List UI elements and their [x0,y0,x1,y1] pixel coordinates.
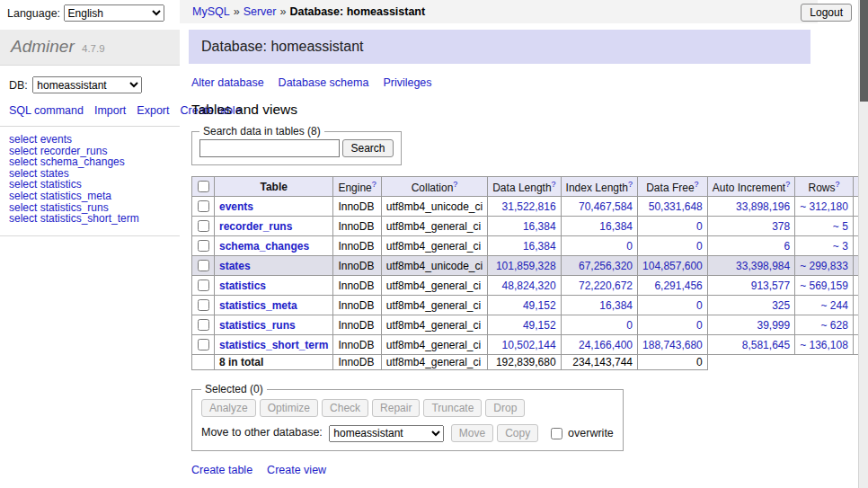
cell-engine: InnoDB [333,197,381,217]
total-engine: InnoDB [333,355,381,370]
row-checkbox-statistics-meta[interactable] [198,299,209,311]
cell-index-length: 0 [561,315,637,335]
language-row: Language: English [7,4,164,22]
total-check-cell [192,355,215,370]
table-row-statistics-short-term: statistics_short_termInnoDButf8mb4_gener… [192,335,868,355]
db-selector-row: DB: homeassistant [9,76,180,93]
row-check-cell [192,197,215,217]
help-icon[interactable]: ? [695,180,699,189]
link-create-table[interactable]: Create table [191,464,252,476]
help-icon[interactable]: ? [785,180,790,189]
cell-collation: utf8mb4_general_ci [381,217,487,236]
cell-data-free: 188,743,680 [638,335,708,355]
table-row-recorder-runs: recorder_runsInnoDButf8mb4_general_ci16,… [192,217,868,236]
table-link-statistics-meta[interactable]: statistics_meta [219,299,297,312]
table-total-row: 8 in totalInnoDButf8mb4_general_ci192,83… [192,355,868,370]
sidebar-select-statistics-short-term[interactable]: select statistics_short_term [9,213,171,225]
check-button: Check [322,399,368,417]
scrollbar[interactable] [858,0,868,488]
sidebar-action-sql-command[interactable]: SQL command [9,104,84,117]
link-privileges[interactable]: Privileges [383,76,431,89]
overwrite-checkbox[interactable] [551,428,562,439]
move-db-select[interactable]: homeassistant [329,425,444,442]
table-link-schema-changes[interactable]: schema_changes [219,240,309,253]
cell-collation: utf8mb4_general_ci [381,236,487,256]
row-check-cell [192,236,215,256]
search-button[interactable]: Search [342,139,393,157]
adminer-logo: Adminer 4.7.9 [0,30,180,66]
row-checkbox-events[interactable] [198,200,209,212]
move-label: Move to other database: [201,426,323,439]
column-label: Index Length [566,182,628,194]
select-all-checkbox[interactable] [198,181,209,192]
total-collation: utf8mb4_general_ci [381,355,487,370]
column-header-index-length: Index Length? [561,177,637,197]
row-checkbox-statistics[interactable] [198,279,209,291]
search-legend: Search data in tables (8) [199,125,324,138]
search-input[interactable] [199,139,340,157]
selected-legend: Selected (0) [201,383,267,395]
row-checkbox-recorder-runs[interactable] [198,220,209,232]
breadcrumb-link-mysql[interactable]: MySQL [192,5,230,18]
cell-auto-increment: 913,577 [707,276,794,296]
row-checkbox-states[interactable] [198,260,209,271]
breadcrumb-separator: » [279,5,286,18]
sidebar-select-schema-changes[interactable]: select schema_changes [9,156,171,168]
row-checkbox-statistics-runs[interactable] [198,319,209,331]
sidebar-select-events[interactable]: select events [9,134,171,146]
sidebar-select-statistics-meta[interactable]: select statistics_meta [9,191,171,202]
table-link-statistics[interactable]: statistics [219,279,266,292]
table-body: eventsInnoDButf8mb4_unicode_ci31,522,816… [192,197,868,370]
cell-data-length: 101,859,328 [488,256,561,276]
logout-button[interactable]: Logout [801,4,852,22]
scrollbar-thumb[interactable] [860,0,868,102]
cell-auto-increment: 8,581,645 [707,335,794,355]
cell-data-free: 0 [638,315,708,335]
row-check-cell [192,335,215,355]
main-content: Database: homeassistant Alter databaseDa… [189,23,818,488]
breadcrumb-link-server[interactable]: Server [244,5,277,18]
link-database-schema[interactable]: Database schema [279,76,369,89]
table-name-cell: statistics_short_term [215,335,333,355]
help-icon[interactable]: ? [836,180,840,189]
cell-rows: ~ 569,159 [795,276,854,296]
language-select[interactable]: English [64,4,164,22]
sidebar-action-import[interactable]: Import [94,104,126,117]
column-header-auto-increment: Auto Increment? [707,177,794,197]
column-header-collation: Collation? [381,177,487,197]
cell-data-length: 10,502,144 [488,335,561,355]
column-header-data-free: Data Free? [638,177,708,197]
table-link-statistics-runs[interactable]: statistics_runs [219,319,296,332]
copy-button: Copy [497,424,538,442]
breadcrumb-separator: » [234,5,240,18]
cell-index-length: 24,166,400 [561,335,637,355]
cell-rows: ~ 136,108 [795,335,854,355]
column-header-rows: Rows? [795,177,854,197]
cell-collation: utf8mb4_general_ci [381,335,487,355]
overwrite-label[interactable]: overwrite [568,427,614,439]
help-icon[interactable]: ? [372,180,376,189]
row-check-cell [192,315,215,335]
search-fieldset: Search data in tables (8) Search [191,125,402,165]
link-alter-database[interactable]: Alter database [191,76,264,89]
help-icon[interactable]: ? [552,180,556,189]
sidebar-action-export[interactable]: Export [137,104,169,117]
help-icon[interactable]: ? [453,180,457,189]
help-icon[interactable]: ? [628,180,633,189]
table-link-events[interactable]: events [219,200,253,213]
table-name-cell: recorder_runs [215,217,333,236]
row-checkbox-schema-changes[interactable] [198,240,209,252]
db-select[interactable]: homeassistant [32,76,142,93]
move-row: Move to other database: homeassistant Mo… [201,424,614,442]
cell-auto-increment: 378 [707,217,794,236]
db-label: DB: [9,79,28,92]
table-link-statistics-short-term[interactable]: statistics_short_term [219,339,328,351]
row-checkbox-statistics-short-term[interactable] [198,339,209,350]
truncate-button: Truncate [423,399,482,417]
column-label: Data Free [646,182,694,194]
link-create-view[interactable]: Create view [267,464,326,476]
brand-name: Adminer [11,37,75,56]
table-link-states[interactable]: states [219,260,251,272]
table-link-recorder-runs[interactable]: recorder_runs [219,220,292,233]
total-data-length: 192,839,680 [488,355,561,370]
